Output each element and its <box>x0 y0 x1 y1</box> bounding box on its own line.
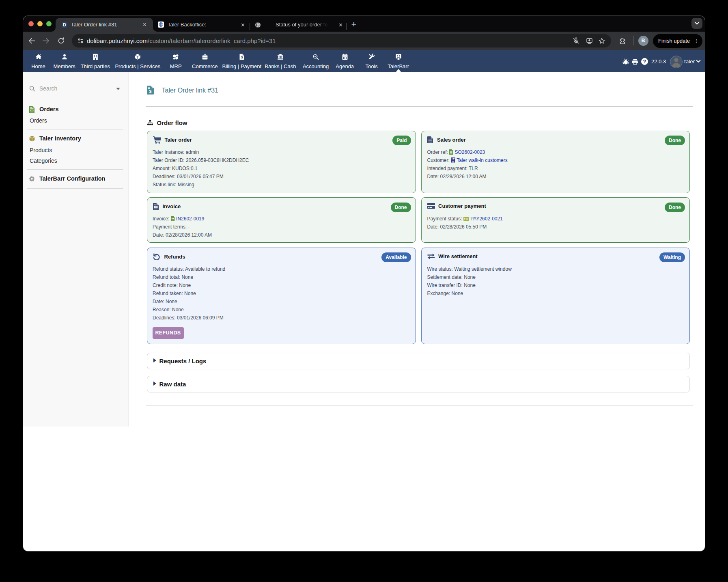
svg-text:$: $ <box>241 55 243 59</box>
svg-text:$: $ <box>172 218 173 220</box>
svg-text:$: $ <box>149 89 152 94</box>
